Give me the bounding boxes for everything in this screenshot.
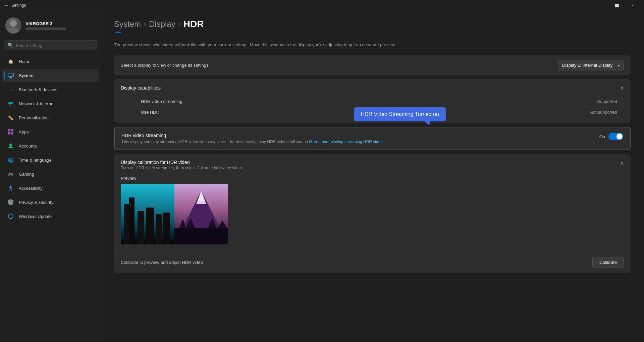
accessibility-icon (7, 185, 14, 191)
sidebar-label-system: System (19, 73, 33, 78)
home-icon: 🏠 (7, 58, 14, 65)
search-input[interactable] (16, 43, 93, 48)
svg-rect-21 (156, 214, 162, 244)
user-section: VIKROGER 3 (0, 13, 101, 39)
apps-icon (7, 128, 14, 135)
update-icon (7, 213, 14, 220)
breadcrumb-sep-1: › (144, 19, 146, 29)
loading-spinner (114, 32, 122, 40)
sidebar-item-system[interactable]: System (2, 69, 99, 82)
chevron-up-icon: ∧ (620, 84, 624, 91)
sidebar-label-update: Windows Update (19, 214, 52, 219)
calibration-footer-text: Calibrate to preview and adjust HDR vide… (121, 260, 203, 265)
preview-label: Preview (121, 176, 624, 181)
hdr-tooltip-bubble: HDR Video Streaming Turned on (354, 107, 446, 121)
calibration-title: Display calibration for HDR video (121, 160, 243, 165)
sidebar-item-home[interactable]: 🏠 Home (2, 55, 99, 68)
sidebar-label-accessibility: Accessibility (19, 186, 43, 191)
sidebar-label-privacy: Privacy & security (19, 200, 53, 205)
svg-point-5 (10, 105, 11, 106)
breadcrumb-current: HDR (183, 19, 204, 30)
display-dropdown[interactable]: Display 1: Internal Display (558, 60, 624, 70)
username: VIKROGER 3 (25, 21, 66, 26)
svg-rect-25 (130, 204, 131, 206)
breadcrumb-system[interactable]: System (114, 19, 141, 29)
calibration-header-text: Display calibration for HDR video Turn o… (121, 160, 243, 170)
close-button[interactable]: ✕ (625, 0, 640, 11)
sidebar-item-update[interactable]: Windows Update (2, 210, 99, 223)
hdr-card-left: HDR video streaming This display can pla… (121, 133, 599, 144)
svg-line-14 (10, 189, 10, 191)
calibration-subtitle: Turn on HDR video streaming, then select… (121, 166, 243, 170)
sidebar-item-time[interactable]: 🌐 Time & language (2, 153, 99, 167)
svg-rect-3 (10, 77, 12, 78)
sidebar-label-accounts: Accounts (19, 144, 37, 149)
preview-image (121, 184, 228, 244)
svg-rect-2 (8, 73, 13, 77)
display-capabilities-header[interactable]: Display capabilities ∧ (114, 79, 631, 96)
preview-left (121, 184, 174, 244)
svg-rect-22 (163, 213, 170, 244)
svg-point-1 (7, 27, 19, 34)
search-box[interactable]: 🔍 (4, 40, 97, 50)
network-icon (7, 100, 14, 107)
hdr-more-link[interactable]: More about playing streaming HDR video (309, 139, 383, 144)
capability-value-hdr-streaming: Supported (597, 99, 617, 104)
sidebar-item-bluetooth[interactable]: ⬦ Bluetooth & devices (2, 83, 99, 96)
hdr-streaming-title: HDR video streaming (121, 133, 599, 138)
hdr-state-label: On (599, 134, 605, 139)
system-icon (7, 72, 14, 79)
personalization-icon: ✏️ (7, 114, 14, 121)
sidebar-label-personalization: Personalization (19, 115, 49, 120)
minimize-button[interactable]: — (594, 0, 609, 11)
avatar (5, 17, 21, 34)
capability-row-hdr-streaming: HDR video streaming Supported (121, 96, 624, 107)
sidebar-item-accounts[interactable]: Accounts (2, 139, 99, 153)
svg-rect-9 (11, 132, 13, 134)
privacy-icon (7, 199, 14, 206)
avatar-image (5, 17, 21, 34)
svg-rect-4 (9, 78, 12, 78)
sidebar-label-home: Home (19, 59, 31, 64)
sidebar-item-gaming[interactable]: 🎮 Gaming (2, 167, 99, 181)
svg-rect-30 (174, 228, 228, 244)
display-dropdown-wrapper: Display 1: Internal Display ▼ (558, 60, 624, 70)
preview-right (174, 184, 228, 244)
user-subtitle-bar (25, 27, 66, 30)
window-title: Settings (11, 3, 26, 8)
bluetooth-icon: ⬦ (7, 86, 14, 93)
sidebar: VIKROGER 3 🔍 🏠 Home System ⬦ (0, 11, 101, 342)
svg-rect-20 (146, 208, 154, 244)
display-capabilities-title: Display capabilities (121, 85, 161, 91)
sidebar-item-apps[interactable]: Apps (2, 125, 99, 138)
hdr-streaming-desc: This display can play streaming HDR vide… (121, 139, 599, 144)
calibration-card: Display calibration for HDR video Turn o… (114, 154, 631, 273)
maximize-button[interactable]: ⬜ (609, 0, 625, 11)
calibrate-button[interactable]: Calibrate (592, 257, 624, 268)
svg-rect-23 (130, 201, 131, 202)
preview-section: Preview (114, 176, 631, 251)
sidebar-label-time: Time & language (19, 158, 52, 163)
svg-point-10 (9, 144, 12, 146)
sidebar-item-network[interactable]: Network & internet (2, 97, 99, 110)
calibration-footer: Calibrate to preview and adjust HDR vide… (114, 251, 631, 273)
display-select-label: Select a display to view or change its s… (121, 63, 209, 68)
sidebar-item-privacy[interactable]: Privacy & security (2, 195, 99, 209)
svg-point-0 (10, 20, 17, 27)
breadcrumb-sep-2: › (178, 19, 181, 29)
svg-rect-6 (8, 129, 10, 131)
breadcrumb-display[interactable]: Display (149, 19, 175, 29)
display-select-row: Select a display to view or change its s… (114, 55, 631, 75)
sidebar-item-accessibility[interactable]: Accessibility (2, 181, 99, 195)
back-icon[interactable]: ← (4, 3, 9, 8)
calibration-header[interactable]: Display calibration for HDR video Turn o… (114, 154, 631, 176)
main-content: System › Display › HDR The preview shows… (101, 11, 644, 342)
capability-label-use-hdr: Use HDR (141, 110, 159, 115)
hdr-streaming-card: HDR Video Streaming Turned on HDR video … (114, 127, 631, 150)
svg-line-15 (11, 189, 12, 191)
titlebar: ← Settings — ⬜ ✕ (0, 0, 644, 11)
sidebar-item-personalization[interactable]: ✏️ Personalization (2, 111, 99, 124)
hdr-streaming-toggle[interactable] (608, 133, 623, 140)
sidebar-label-network: Network & internet (19, 101, 55, 106)
capability-label-hdr-streaming: HDR video streaming (141, 99, 182, 104)
